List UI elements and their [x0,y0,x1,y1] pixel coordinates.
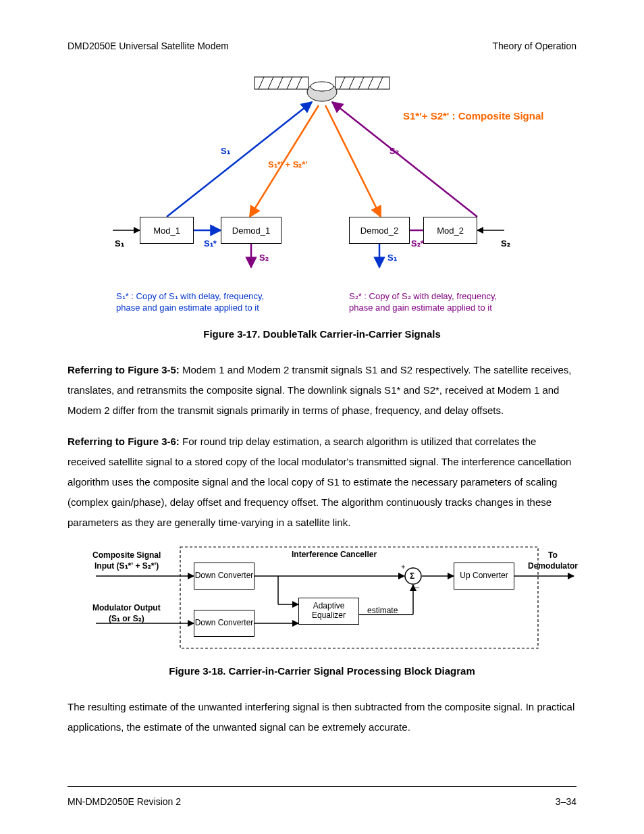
demod-2-box: Demod_2 [349,217,410,244]
dc1-box: Down Converter [194,563,254,590]
svg-line-17 [325,105,381,217]
comp-signal-input-label: Composite Signal Input (S₁*' + S₂*') [92,550,161,571]
paragraph-1: Referring to Figure 3-5: Modem 1 and Mod… [68,360,576,421]
page-footer: MN-DMD2050E Revision 2 3–34 [68,796,576,807]
mod-output-label: Modulator Output (S₁ or S₂) [92,603,161,624]
dc2-box: Down Converter [194,610,254,637]
footer-rule [68,786,576,787]
s1-label: S₁ [221,146,230,156]
p2-rest: For round trip delay estimation, a searc… [68,436,571,528]
footer-left: MN-DMD2050E Revision 2 [68,796,181,807]
note-s1star: S₁* : Copy of S₁ with delay, frequency, … [116,291,264,314]
header-right: Theory of Operation [492,41,576,51]
figure-3-18: Down Converter Down Converter Adaptive E… [69,544,575,652]
mod-1-box: Mod_1 [140,217,194,244]
plus-label: + [401,563,405,571]
demod-1-box: Demod_1 [221,217,281,244]
s1-in-label: S₁ [115,238,124,249]
sum-label: S₁*' + S₂*' [268,159,307,170]
composite-signal-label: S1*'+ S2*' : Composite Signal [403,110,543,122]
s2-in-label: S₂ [501,238,510,249]
s2-label: S₂ [390,146,399,156]
page-header: DMD2050E Universal Satellite Modem Theor… [68,41,576,51]
paragraph-2: Referring to Figure 3-6: For round trip … [68,432,576,533]
figure-3-18-caption: Figure 3-18. Carrier-in-Carrier Signal P… [68,665,576,677]
paragraph-3: The resulting estimate of the unwanted i… [68,697,576,737]
p2-lead: Referring to Figure 3-6: [68,436,180,447]
satellite-icon [254,77,390,101]
p1-lead: Referring to Figure 3-5: [68,364,180,375]
header-left: DMD2050E Universal Satellite Modem [68,41,229,51]
s1-out-label: S₁ [387,253,397,263]
interference-canceller-label: Interference Canceller [292,550,377,559]
s2-out-label: S₂ [259,253,269,263]
estimate-label: estimate [367,606,398,615]
svg-point-1 [311,82,333,91]
to-demodulator-label: To Demodulator [528,550,578,571]
figure-3-17-caption: Figure 3-17. DoubleTalk Carrier-in-Carri… [68,328,576,340]
s2star-label: S₂* [411,238,424,249]
up-converter-box: Up Converter [454,563,514,590]
svg-rect-2 [254,77,308,89]
minus-label: – [415,583,419,591]
note-s2star: S₂* : Copy of S₂ with delay, frequency, … [349,291,497,314]
figure-3-17: Mod_1 Demod_1 Demod_2 Mod_2 S1*'+ S2*' :… [69,72,575,315]
s1star-label: S₁* [204,238,217,249]
sigma-label: Σ [410,571,414,581]
mod-2-box: Mod_2 [423,217,477,244]
footer-right: 3–34 [556,796,576,807]
adaptive-equalizer-box: Adaptive Equalizer [298,598,359,625]
svg-rect-8 [336,77,390,89]
